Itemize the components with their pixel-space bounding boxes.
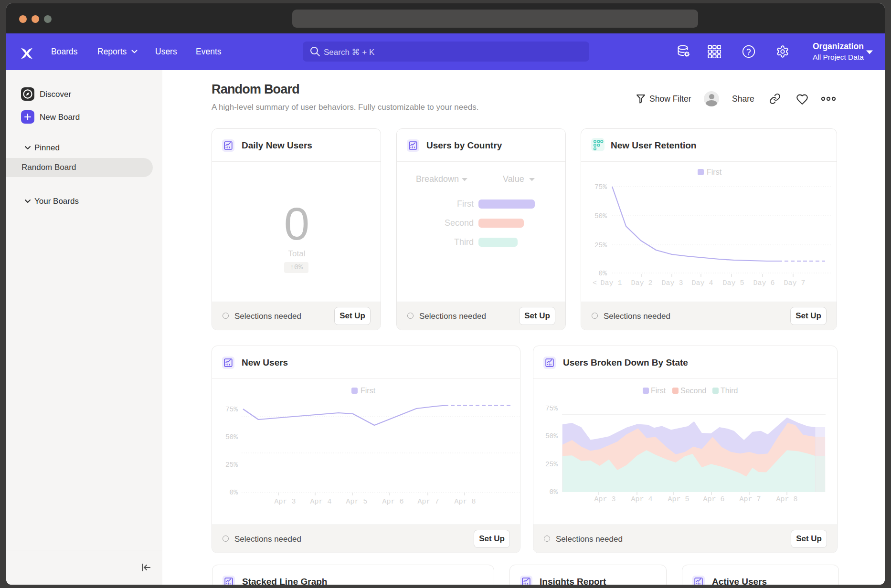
svg-text:75%: 75%	[594, 183, 607, 191]
svg-text:Day 3: Day 3	[661, 279, 683, 287]
svg-text:75%: 75%	[225, 406, 238, 413]
svg-text:Day 2: Day 2	[631, 279, 652, 287]
svg-text:Apr 7: Apr 7	[417, 498, 439, 506]
svg-text:Apr 8: Apr 8	[776, 495, 797, 504]
svg-text:Apr 4: Apr 4	[631, 495, 652, 504]
svg-text:Apr 3: Apr 3	[274, 498, 296, 506]
svg-text:25%: 25%	[225, 461, 238, 469]
svg-text:Day 1: Day 1	[600, 279, 622, 287]
svg-text:50%: 50%	[594, 212, 607, 220]
svg-text:Apr 4: Apr 4	[310, 498, 331, 506]
svg-text:Day 5: Day 5	[722, 279, 744, 287]
svg-text:75%: 75%	[545, 405, 558, 412]
svg-text:0%: 0%	[550, 488, 558, 496]
svg-text:Apr 3: Apr 3	[594, 495, 615, 504]
svg-text:Day 6: Day 6	[753, 279, 774, 287]
svg-text:Day 4: Day 4	[691, 279, 713, 287]
svg-text:Apr 5: Apr 5	[346, 498, 367, 506]
svg-text:Apr 7: Apr 7	[739, 495, 761, 504]
svg-text:0%: 0%	[230, 489, 238, 496]
svg-text:Apr 6: Apr 6	[382, 498, 403, 506]
svg-text:50%: 50%	[545, 432, 558, 440]
svg-text:25%: 25%	[594, 242, 607, 249]
svg-text:Day 7: Day 7	[784, 279, 805, 287]
svg-text:25%: 25%	[545, 461, 558, 468]
svg-text:Apr 5: Apr 5	[668, 495, 689, 504]
svg-text:<: <	[593, 279, 597, 287]
svg-text:Apr 6: Apr 6	[703, 495, 724, 504]
svg-text:Apr 8: Apr 8	[454, 498, 476, 506]
svg-text:50%: 50%	[225, 433, 238, 441]
svg-text:0%: 0%	[599, 270, 607, 277]
